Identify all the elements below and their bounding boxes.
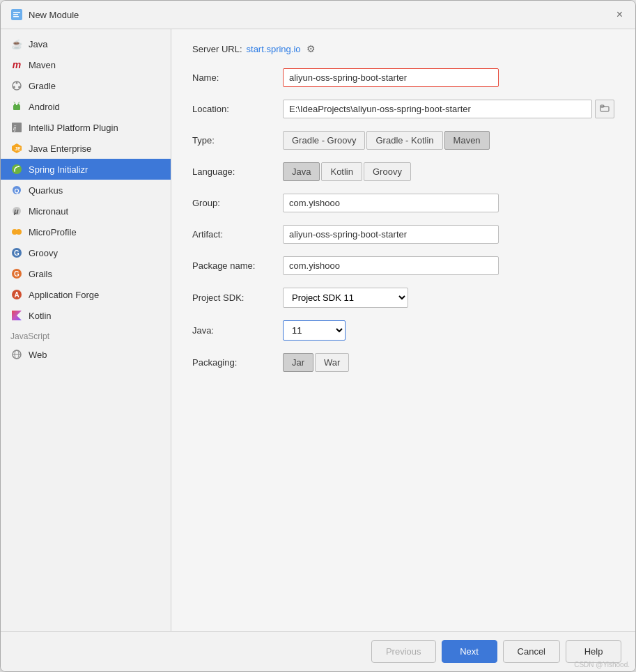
maven-icon: m <box>10 58 23 71</box>
sidebar-item-groovy[interactable]: G Groovy <box>1 242 171 263</box>
sidebar-item-java[interactable]: ☕ Java <box>1 33 171 54</box>
svg-text:G: G <box>14 270 20 278</box>
titlebar-left: New Module <box>10 8 79 21</box>
packaging-war-button[interactable]: War <box>315 353 349 372</box>
sidebar-item-gradle[interactable]: Gradle <box>1 75 171 96</box>
server-url-label: Server URL: <box>192 44 242 54</box>
sidebar-item-intellij[interactable]: ij IntelliJ Platform Plugin <box>1 117 171 138</box>
sidebar-item-spring[interactable]: Spring Initializr <box>1 159 171 180</box>
gear-button[interactable]: ⚙ <box>305 43 317 54</box>
type-button-group: Gradle - Groovy Gradle - Kotlin Maven <box>283 131 490 150</box>
language-groovy-button[interactable]: Groovy <box>364 162 411 181</box>
name-input[interactable] <box>283 68 499 87</box>
next-button[interactable]: Next <box>442 640 497 663</box>
sidebar-item-label: IntelliJ Platform Plugin <box>29 123 118 133</box>
svg-point-23 <box>16 229 22 235</box>
location-input[interactable] <box>283 100 592 118</box>
help-button[interactable]: Help <box>566 640 621 663</box>
type-gradle-groovy-button[interactable]: Gradle - Groovy <box>283 131 365 150</box>
sidebar-item-label: MicroProfile <box>29 227 77 237</box>
svg-rect-1 <box>13 12 20 13</box>
svg-point-9 <box>14 104 16 106</box>
java-row: Java: 11 8 17 <box>192 320 614 341</box>
sidebar-item-label: Micronaut <box>29 206 68 217</box>
svg-text:G: G <box>14 249 20 257</box>
sidebar-item-grails[interactable]: G Grails <box>1 263 171 284</box>
packaging-label: Packaging: <box>192 357 283 368</box>
sidebar-item-micronaut[interactable]: μ Micronaut <box>1 201 171 221</box>
type-label: Type: <box>192 135 283 146</box>
language-java-button[interactable]: Java <box>283 162 320 181</box>
project-sdk-select[interactable]: Project SDK 11 <box>283 288 408 308</box>
browse-button[interactable] <box>595 100 614 118</box>
type-gradle-kotlin-button[interactable]: Gradle - Kotlin <box>366 131 442 150</box>
android-icon <box>10 100 23 113</box>
location-row: Location: <box>192 100 614 118</box>
java-field: 11 8 17 <box>283 320 614 341</box>
svg-rect-3 <box>13 16 19 17</box>
sidebar: ☕ Java m Maven Gradle <box>1 29 171 631</box>
svg-rect-2 <box>13 14 18 15</box>
previous-button[interactable]: Previous <box>371 640 436 663</box>
project-sdk-row: Project SDK: Project SDK 11 <box>192 288 614 308</box>
cancel-button[interactable]: Cancel <box>503 640 560 663</box>
package-name-field <box>283 256 614 275</box>
sidebar-item-maven[interactable]: m Maven <box>1 54 171 75</box>
sidebar-item-label: Quarkus <box>29 185 63 196</box>
group-input[interactable] <box>283 194 499 212</box>
java-icon: ☕ <box>10 38 23 50</box>
java-select[interactable]: 11 8 17 <box>283 320 346 341</box>
server-url-row: Server URL: start.spring.io ⚙ <box>192 43 614 54</box>
web-icon <box>10 348 23 361</box>
svg-text:Q: Q <box>15 187 20 194</box>
svg-point-10 <box>17 104 20 106</box>
sidebar-item-label: Java <box>29 39 47 49</box>
svg-point-5 <box>16 82 18 84</box>
type-maven-button[interactable]: Maven <box>444 131 490 150</box>
svg-point-16 <box>12 164 22 174</box>
packaging-jar-button[interactable]: Jar <box>283 353 313 372</box>
sidebar-item-web[interactable]: Web <box>1 344 171 365</box>
sidebar-item-quarkus[interactable]: Q Quarkus <box>1 180 171 201</box>
packaging-button-group: Jar War <box>283 353 349 372</box>
package-name-label: Package name: <box>192 260 283 271</box>
sidebar-group-label: JavaScript <box>1 326 171 344</box>
project-sdk-label: Project SDK: <box>192 292 283 303</box>
spring-icon <box>10 163 23 175</box>
svg-point-7 <box>13 86 15 88</box>
sidebar-item-appforge[interactable]: A Application Forge <box>1 284 171 305</box>
svg-line-12 <box>19 102 20 104</box>
artifact-row: Artifact: <box>192 225 614 244</box>
footer: Previous Next Cancel Help <box>1 631 635 671</box>
svg-point-17 <box>18 166 20 167</box>
sidebar-item-javaee[interactable]: JE Java Enterprise <box>1 138 171 159</box>
sidebar-item-microprofile[interactable]: MicroProfile <box>1 221 171 242</box>
kotlin-icon <box>10 309 23 322</box>
artifact-input[interactable] <box>283 225 499 244</box>
sidebar-item-label: Gradle <box>29 81 56 91</box>
svg-marker-30 <box>12 311 22 320</box>
appforge-icon: A <box>10 288 23 301</box>
name-label: Name: <box>192 72 283 83</box>
microprofile-icon <box>10 226 23 238</box>
dialog-title: New Module <box>29 10 79 20</box>
sidebar-item-label: Kotlin <box>29 311 52 321</box>
server-url-link[interactable]: start.spring.io <box>247 44 301 54</box>
new-module-dialog: New Module × ☕ Java m Maven <box>0 0 636 672</box>
close-button[interactable]: × <box>614 8 626 22</box>
main-panel: Server URL: start.spring.io ⚙ Name: Loca… <box>171 29 635 631</box>
sidebar-item-kotlin[interactable]: Kotlin <box>1 305 171 326</box>
sidebar-item-label: Maven <box>29 60 56 70</box>
language-kotlin-button[interactable]: Kotlin <box>321 162 362 181</box>
svg-line-11 <box>14 102 15 104</box>
group-label: Group: <box>192 198 283 208</box>
sidebar-item-label: Groovy <box>29 248 58 258</box>
sidebar-item-label: Spring Initializr <box>29 164 88 175</box>
packaging-row: Packaging: Jar War <box>192 353 614 372</box>
sidebar-item-android[interactable]: Android <box>1 96 171 117</box>
content-area: ☕ Java m Maven Gradle <box>1 29 635 631</box>
package-name-row: Package name: <box>192 256 614 275</box>
group-field <box>283 194 614 212</box>
package-name-input[interactable] <box>283 256 499 275</box>
sidebar-item-label: Grails <box>29 269 52 279</box>
